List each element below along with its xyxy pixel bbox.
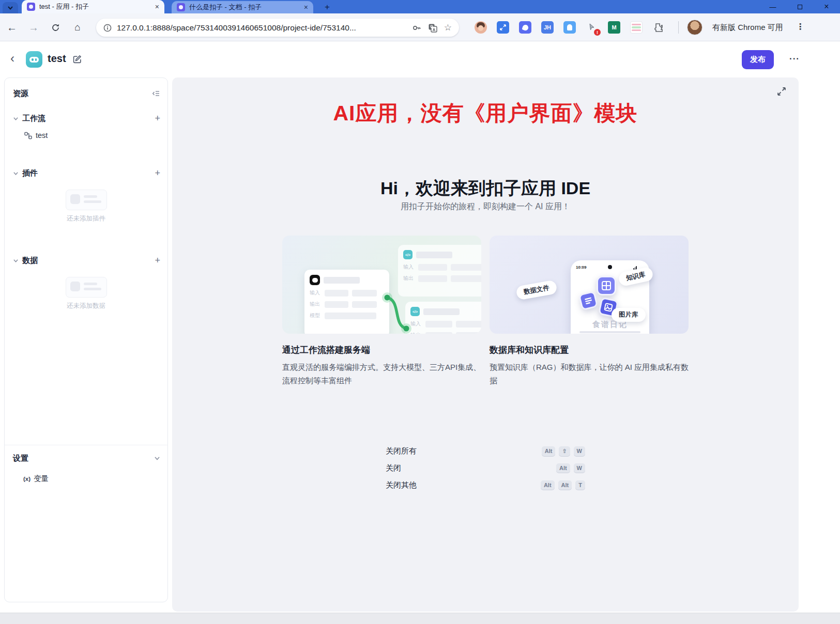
add-workflow-button[interactable]: + [155,114,160,123]
shortcut-list: 关闭所有 Alt ⇧ W 关闭 Alt W 关闭其他 Alt Alt [386,445,585,496]
skeleton-bar [84,288,101,290]
sidebar-section-plugins[interactable]: 插件 + [13,167,160,179]
sidebar-title: 资源 [13,89,152,99]
skeleton-bar [456,332,481,334]
add-data-button[interactable]: + [155,256,160,265]
skeleton-bar [451,264,481,271]
node-row-label: 输入 [310,289,321,297]
window-maximize-button[interactable] [786,0,813,13]
feature-card-workflow[interactable]: </> 输入 输出 </> 输入 输出 输入 输出 模型 [282,236,481,387]
window-controls: — × [759,0,840,13]
extension-cursor-icon[interactable]: ! [586,21,598,34]
tab-search-button[interactable] [3,2,18,13]
skeleton-bar [423,308,460,315]
tab-title: test - 应用 - 扣子 [39,2,151,11]
empty-data-text: 还未添加数据 [5,302,167,310]
browser-tab-active[interactable]: test - 应用 - 扣子 × [22,0,164,13]
browser-titlebar: test - 应用 - 扣子 × 什么是扣子 - 文档 - 扣子 × + — × [0,0,840,13]
code-node-icon: </> [403,250,413,259]
new-tab-button[interactable]: + [320,2,334,13]
app-body: 资源 工作流 + test 插件 + 还未添加插件 数据 + [0,77,840,613]
extension-fullscreen-icon[interactable] [497,21,509,34]
extension-jh-icon[interactable]: JH [541,21,554,34]
variables-label: 变量 [34,474,49,483]
database-illustration: 10:09 [490,236,689,334]
tab-close-icon[interactable]: × [155,3,159,10]
skeleton-bar [418,264,447,271]
section-label: 插件 [22,168,155,178]
publish-button[interactable]: 发布 [742,50,774,69]
tab-close-icon[interactable]: × [304,4,308,11]
empty-plugins-placeholder [66,190,107,210]
feature-card-database[interactable]: 10:09 [490,236,689,387]
browser-tab-inactive[interactable]: 什么是扣子 - 文档 - 扣子 × [172,1,313,13]
keycap-shift: ⇧ [559,446,570,456]
window-close-button[interactable]: × [813,0,840,13]
edit-title-button[interactable] [73,55,82,66]
toolbar-divider [678,21,679,34]
app-back-button[interactable]: ‹ [10,52,14,65]
coze-favicon [177,3,185,11]
extensions-puzzle-icon[interactable] [652,21,665,34]
extension-markdown-icon[interactable]: M [608,21,620,34]
shortcut-label: 关闭所有 [386,446,417,456]
phone-camera-dot [608,265,612,269]
home-button[interactable]: ⌂ [70,20,85,35]
skeleton-bar [451,275,481,282]
browser-menu-kebab-icon[interactable]: ⋮ [796,22,804,32]
sidebar-section-workflows[interactable]: 工作流 + [13,112,160,124]
more-menu-button[interactable]: ··· [789,54,800,64]
skeleton-bar [325,290,348,297]
sidebar-item-variables[interactable]: (x) 变量 [23,474,49,483]
note-stripe [632,26,641,28]
bookmark-star-icon[interactable]: ☆ [444,22,452,33]
chevron-down-icon [13,116,19,121]
reload-button[interactable] [48,20,63,35]
expand-fullscreen-icon[interactable] [777,87,786,98]
chevron-down-icon [13,170,19,176]
extension-notes-icon[interactable] [630,21,643,34]
extension-paint-icon[interactable] [519,21,531,34]
translate-icon[interactable] [428,23,437,33]
password-key-icon[interactable] [412,23,421,33]
forward-button[interactable]: → [26,20,41,35]
window-minimize-button[interactable]: — [759,0,786,13]
welcome-subtitle: 用扣子开始你的旅程，即刻构建一个 AI 应用！ [172,201,799,212]
chevron-down-icon [7,5,13,11]
chrome-update-notice[interactable]: 有新版 Chrome 可用 [712,23,783,33]
browser-toolbar: ← → ⌂ 127.0.0.1:8888/space/7531400391460… [0,13,840,41]
chevron-down-icon [13,258,19,263]
extension-avatar-icon[interactable] [475,21,487,34]
site-info-icon[interactable] [103,24,112,32]
workflow-icon [24,132,32,139]
skeleton-square [70,282,80,291]
bot-node-icon [310,275,320,285]
note-stripe [632,24,641,25]
resources-sidebar: 资源 工作流 + test 插件 + 还未添加插件 数据 + [4,77,168,602]
url-bar[interactable]: 127.0.0.1:8888/space/7531400391460651008… [96,19,459,37]
bot-face-icon [29,57,39,63]
sidebar-section-settings[interactable]: 设置 [13,452,160,464]
phone-time: 10:09 [576,265,586,270]
alert-badge: ! [594,29,601,36]
node-row-label: 输出 [410,332,422,334]
shortcut-row-close-all: 关闭所有 Alt ⇧ W [386,445,585,457]
sidebar-item-workflow-test[interactable]: test [24,131,48,139]
sidebar-section-data[interactable]: 数据 + [13,254,160,267]
back-button[interactable]: ← [4,20,20,35]
node-row-label: 模型 [310,312,321,319]
collapse-sidebar-icon[interactable] [152,89,160,98]
maximize-icon [798,5,802,9]
code-node-icon: </> [410,307,420,316]
skeleton-bar [325,301,348,308]
extension-figure-icon[interactable] [563,21,576,34]
pill-image-library: 图片库 [612,308,646,322]
profile-avatar[interactable] [687,20,702,35]
workflow-node: </> 输入 输出 [405,302,481,334]
annotation-text: AI应用，没有《用户界面》模块 [172,99,799,128]
shortcut-label: 关闭 [386,463,401,473]
workflow-item-label: test [36,131,48,139]
keycap: Alt [556,463,570,473]
node-row-label: 输入 [410,320,422,327]
add-plugin-button[interactable]: + [155,168,160,178]
